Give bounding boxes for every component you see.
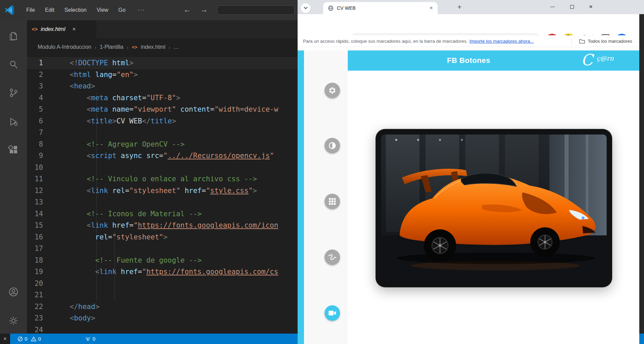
- breadcrumb-separator-icon: ›: [127, 44, 128, 50]
- menu-view[interactable]: View: [97, 7, 108, 13]
- bookmarks-divider: [571, 38, 572, 44]
- code-line[interactable]: 18 <!-- Fuente de google -->: [27, 255, 298, 266]
- contrast-button[interactable]: [325, 138, 340, 153]
- gesture-button[interactable]: [325, 250, 340, 265]
- settings-gear-icon[interactable]: [8, 315, 19, 326]
- tab-close-icon[interactable]: ×: [72, 26, 76, 33]
- code-line[interactable]: 13: [27, 196, 298, 208]
- line-number: 13: [27, 198, 43, 206]
- grid-button[interactable]: [325, 194, 340, 209]
- code-line[interactable]: 10: [27, 162, 298, 174]
- chevron-down-icon: [304, 7, 308, 9]
- errors-icon: [18, 336, 23, 342]
- search-icon[interactable]: [8, 59, 19, 70]
- vscode-tabstrip: <> index.html ×: [27, 20, 298, 38]
- broadcast-icon: [85, 336, 91, 342]
- breadcrumb-more[interactable]: ...: [174, 44, 178, 50]
- menu-go[interactable]: Go: [118, 7, 126, 13]
- code-line[interactable]: 20: [27, 278, 298, 290]
- edge-editor: [639, 14, 644, 334]
- editor-tab-indexhtml[interactable]: <> index.html ×: [27, 20, 96, 38]
- line-number: 20: [27, 279, 43, 288]
- history-forward-icon[interactable]: →: [200, 5, 208, 14]
- code-line[interactable]: 15 <link href="https://fonts.googleapis.…: [27, 220, 298, 231]
- code-line[interactable]: 1<!DOCTYPE html>: [27, 57, 298, 69]
- menu-file[interactable]: File: [26, 7, 35, 13]
- code-line[interactable]: 9 <script async src="../../Recursos/open…: [27, 150, 298, 162]
- grid-icon: [329, 198, 336, 205]
- ports-status[interactable]: 0: [85, 334, 95, 344]
- filter-flower-button[interactable]: [325, 83, 340, 98]
- line-number: 15: [27, 221, 43, 229]
- code-line[interactable]: 11 <!-- Vinculo o enlace al archivo css …: [27, 173, 298, 185]
- window-minimize-button[interactable]: [545, 0, 560, 13]
- line-number: 14: [27, 210, 43, 218]
- code-line[interactable]: 5 <meta name="viewport" content="width=d…: [27, 104, 298, 115]
- line-number: 12: [27, 187, 43, 195]
- remote-indicator[interactable]: ✕: [0, 334, 10, 344]
- line-number: 22: [27, 303, 43, 311]
- tab-filename: index.html: [41, 26, 65, 32]
- contrast-icon: [328, 142, 336, 150]
- status-bar: ✕ 0 0 0: [0, 334, 298, 344]
- code-line[interactable]: 19 <link href="https://fonts.googleapis.…: [27, 266, 298, 278]
- edge-statusbar: [639, 334, 644, 344]
- line-number: 3: [27, 82, 43, 90]
- source-control-icon[interactable]: [8, 87, 19, 98]
- browser-window: CV WEB × + × ← → i 127.0.0.1:5500/Modulo…: [298, 0, 639, 344]
- vscode-window: File Edit Selection View Go ··· ← → <> i…: [0, 0, 298, 344]
- breadcrumb-separator-icon: ›: [95, 44, 96, 50]
- line-number: 16: [27, 233, 43, 241]
- tab-close-icon[interactable]: ×: [430, 5, 433, 11]
- command-center-searchbox[interactable]: [217, 5, 295, 15]
- code-line[interactable]: 2<html lang="en">: [27, 69, 298, 81]
- code-line[interactable]: 4 <meta charset="UTF-8">: [27, 92, 298, 104]
- problems-status[interactable]: 0 0: [18, 334, 41, 344]
- line-number: 6: [27, 117, 43, 125]
- line-number: 2: [27, 71, 43, 79]
- window-close-button[interactable]: ×: [583, 0, 599, 13]
- code-editor[interactable]: 1<!DOCTYPE html>2<html lang="en">3<head>…: [27, 57, 298, 334]
- breadcrumb-item[interactable]: index.html: [141, 44, 165, 50]
- code-line[interactable]: 8 <!-- Agregar OpenCV -->: [27, 139, 298, 150]
- code-line[interactable]: 12 <link rel="stylesheet" href="style.cs…: [27, 185, 298, 197]
- code-line[interactable]: 22</head>: [27, 301, 298, 313]
- new-tab-button[interactable]: +: [455, 3, 464, 11]
- line-number: 19: [27, 268, 43, 276]
- folder-icon: [579, 39, 585, 44]
- code-line[interactable]: 6 <title>CV WEB</title>: [27, 115, 298, 127]
- breadcrumb[interactable]: Modulo A-Introduccion›1-Plantilla›<>inde…: [38, 38, 178, 56]
- account-icon[interactable]: [8, 286, 19, 297]
- code-line[interactable]: 7: [27, 127, 298, 139]
- edge-top: [639, 0, 644, 14]
- extensions-icon[interactable]: [8, 145, 19, 156]
- code-line[interactable]: 3<head>: [27, 80, 298, 92]
- breadcrumb-item[interactable]: Modulo A-Introduccion: [38, 44, 91, 50]
- code-line[interactable]: 14 <!-- Iconos de Material -->: [27, 208, 298, 220]
- tab-search-button[interactable]: [301, 3, 310, 13]
- import-bookmarks-link[interactable]: Importe los marcadores ahora...: [469, 39, 534, 44]
- all-bookmarks-button[interactable]: Todos los marcadores: [579, 39, 632, 44]
- history-back-icon[interactable]: ←: [183, 5, 191, 14]
- videocam-button[interactable]: [325, 305, 340, 321]
- menu-selection[interactable]: Selection: [64, 7, 87, 13]
- explorer-icon[interactable]: [8, 31, 19, 42]
- line-number: 18: [27, 256, 43, 264]
- browser-tab-cvweb[interactable]: CV WEB ×: [323, 2, 438, 14]
- ports-count: 0: [93, 336, 95, 342]
- code-line[interactable]: 23<body>: [27, 312, 298, 324]
- window-maximize-button[interactable]: [564, 0, 580, 13]
- menu-more-icon[interactable]: ···: [138, 7, 145, 13]
- breadcrumb-item[interactable]: 1-Plantilla: [100, 44, 123, 50]
- warning-count: 0: [38, 336, 41, 342]
- background-window-edge: [639, 0, 644, 344]
- run-debug-icon[interactable]: [8, 116, 19, 127]
- minimize-icon: [550, 7, 555, 7]
- menu-edit[interactable]: Edit: [45, 7, 55, 13]
- browser-tabbar: CV WEB × + ×: [298, 0, 639, 14]
- code-line[interactable]: 17: [27, 243, 298, 255]
- code-line[interactable]: 21: [27, 289, 298, 301]
- code-line[interactable]: 16 rel="stylesheet">: [27, 231, 298, 243]
- flower-icon: [328, 86, 336, 94]
- all-bookmarks-label: Todos los marcadores: [588, 39, 632, 44]
